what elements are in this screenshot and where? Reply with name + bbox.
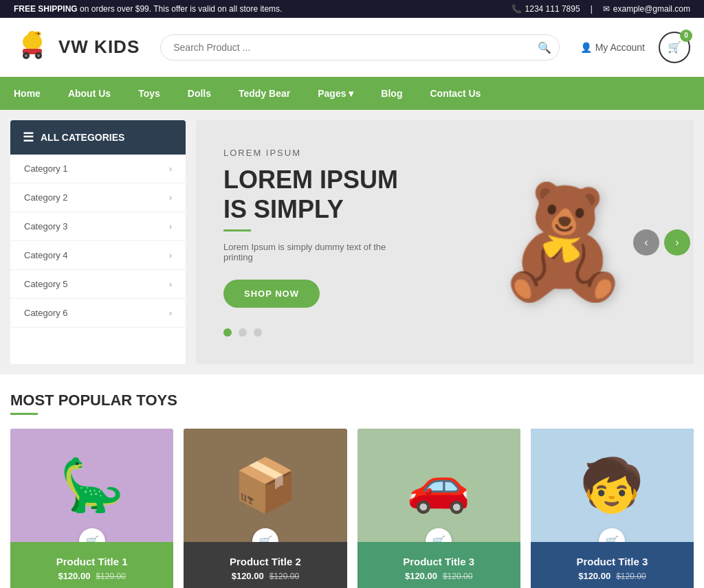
account-label: My Account [595, 42, 645, 53]
svg-point-9 [37, 54, 40, 57]
product-title-2: Product Title 2 [190, 556, 340, 567]
product-info-2: Product Title 2 $120.00 $120.00 [184, 542, 346, 588]
dot-3[interactable] [254, 328, 262, 337]
top-bar: FREE SHIPPING on orders over $99. This o… [0, 0, 704, 18]
account-link[interactable]: My Account [580, 42, 645, 53]
user-icon [580, 42, 592, 53]
product-card-1[interactable]: 🦕 🛒 Product Title 1 $120.00 $120.00 [10, 429, 173, 588]
arrow-icon-1: › [169, 164, 172, 174]
sidebar-title: ALL CATEGORIES [41, 132, 124, 143]
nav-dolls[interactable]: Dolls [174, 77, 225, 110]
logo-icon [14, 28, 52, 66]
phone-icon [512, 4, 522, 14]
header: VW KIDS 🔍 My Account 🛒 0 [0, 18, 704, 77]
nav-about[interactable]: About Us [54, 77, 124, 110]
nav-toys[interactable]: Toys [124, 77, 174, 110]
products-grid: 🦕 🛒 Product Title 1 $120.00 $120.00 📦 🛒 … [10, 429, 694, 588]
products-section-underline [10, 413, 38, 415]
sidebar-item-cat5[interactable]: Category 5 › [10, 270, 186, 299]
sidebar-item-cat6[interactable]: Category 6 › [10, 299, 186, 328]
nav-home[interactable]: Home [0, 77, 54, 110]
product-info-3: Product Title 3 $120.00 $120.00 [358, 542, 520, 588]
product-emoji-2: 📦 [184, 429, 346, 542]
logo-text: VW KIDS [58, 36, 140, 58]
product-info-1: Product Title 1 $120.00 $120.00 [10, 542, 173, 588]
sidebar-item-cat1[interactable]: Category 1 › [10, 155, 186, 183]
product-info-4: Product Title 3 $120.00 $120.00 [531, 542, 694, 588]
price-current-2: $120.00 [232, 571, 264, 581]
hero-dots [223, 328, 405, 337]
product-card-2[interactable]: 📦 🛒 Product Title 2 $120.00 $120.00 [184, 429, 346, 588]
email-info: example@gmail.com [603, 4, 690, 14]
sidebar-item-cat2[interactable]: Category 2 › [10, 183, 186, 212]
arrow-icon-5: › [169, 280, 172, 289]
product-image-3: 🚗 🛒 [358, 429, 520, 542]
svg-point-7 [25, 54, 28, 57]
phone-number: 1234 111 7895 [525, 4, 580, 14]
hero-content: LOREM IPSUM LOREM IPSUM IS SIMPLY Lorem … [196, 120, 432, 364]
product-emoji-1: 🦕 [10, 429, 173, 542]
category-5-label: Category 5 [24, 279, 68, 289]
products-section-title: MOST POPULAR TOYS [10, 392, 694, 409]
product-title-3: Product Title 3 [364, 556, 514, 567]
logo[interactable]: VW KIDS [14, 28, 140, 66]
main-nav: Home About Us Toys Dolls Teddy Bear Page… [0, 77, 704, 110]
cart-button[interactable]: 🛒 0 [659, 32, 690, 63]
email-address: example@gmail.com [613, 4, 690, 14]
shop-now-button[interactable]: SHOP NOW [223, 280, 320, 308]
price-old-4: $120.00 [616, 572, 646, 581]
hero-banner: LOREM IPSUM LOREM IPSUM IS SIMPLY Lorem … [196, 120, 694, 364]
product-price-3: $120.00 $120.00 [364, 571, 514, 581]
arrow-icon-2: › [169, 193, 172, 203]
arrow-icon-4: › [169, 251, 172, 260]
search-bar[interactable]: 🔍 [160, 34, 559, 60]
price-current-1: $120.00 [58, 571, 90, 581]
price-old-2: $120.00 [270, 572, 299, 581]
nav-teddy[interactable]: Teddy Bear [225, 77, 304, 110]
hero-subtitle: LOREM IPSUM [223, 148, 405, 158]
main-content: ☰ ALL CATEGORIES Category 1 › Category 2… [0, 110, 704, 374]
hero-prev-button[interactable]: ‹ [633, 229, 659, 256]
hero-next-button[interactable]: › [664, 229, 690, 256]
products-section: MOST POPULAR TOYS 🦕 🛒 Product Title 1 $1… [0, 374, 704, 588]
sidebar: ☰ ALL CATEGORIES Category 1 › Category 2… [10, 120, 186, 364]
cart-badge: 0 [680, 30, 692, 42]
hero-description: Lorem Ipsum is simply dummy text of the … [223, 242, 405, 262]
hero-underline [223, 229, 251, 231]
product-title-1: Product Title 1 [17, 556, 166, 567]
product-image-4: 🧒 🛒 [531, 429, 694, 542]
arrow-icon-3: › [169, 222, 172, 231]
shipping-desc: on orders over $99. This offer is valid … [80, 4, 282, 14]
product-price-4: $120.00 $120.00 [538, 571, 687, 581]
hamburger-icon: ☰ [23, 130, 34, 145]
product-card-3[interactable]: 🚗 🛒 Product Title 3 $120.00 $120.00 [358, 429, 520, 588]
email-icon [603, 4, 610, 14]
sidebar-item-cat4[interactable]: Category 4 › [10, 241, 186, 270]
header-right: My Account 🛒 0 [580, 32, 690, 63]
nav-contact[interactable]: Contact Us [416, 77, 494, 110]
phone-info: 1234 111 7895 [512, 4, 580, 14]
dot-1[interactable] [223, 328, 232, 337]
nav-pages[interactable]: Pages ▾ [304, 77, 367, 110]
product-price-1: $120.00 $120.00 [17, 571, 166, 581]
product-card-4[interactable]: 🧒 🛒 Product Title 3 $120.00 $120.00 [531, 429, 694, 588]
price-current-3: $120.00 [405, 571, 437, 581]
shipping-bold: FREE SHIPPING [14, 4, 78, 14]
category-1-label: Category 1 [24, 163, 68, 174]
top-bar-right: 1234 111 7895 | example@gmail.com [512, 4, 690, 14]
product-image-1: 🦕 🛒 [10, 429, 173, 542]
nav-blog[interactable]: Blog [367, 77, 416, 110]
sidebar-item-cat3[interactable]: Category 3 › [10, 212, 186, 241]
product-price-2: $120.00 $120.00 [190, 571, 340, 581]
shipping-notice: FREE SHIPPING on orders over $99. This o… [14, 4, 282, 14]
hero-title: LOREM IPSUM IS SIMPLY [223, 165, 405, 224]
category-4-label: Category 4 [24, 250, 68, 260]
product-title-4: Product Title 3 [538, 556, 687, 567]
category-3-label: Category 3 [24, 221, 68, 231]
divider: | [591, 4, 593, 14]
arrow-icon-6: › [169, 308, 172, 318]
search-input[interactable] [160, 34, 559, 60]
dot-2[interactable] [239, 328, 247, 337]
sidebar-header: ☰ ALL CATEGORIES [10, 120, 186, 155]
search-button[interactable]: 🔍 [538, 41, 551, 54]
